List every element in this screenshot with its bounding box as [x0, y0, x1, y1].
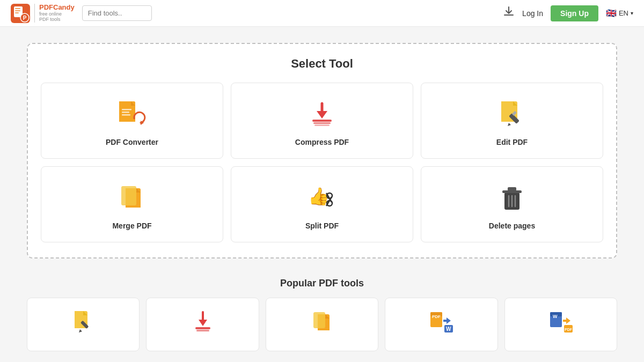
tools-grid: PDF Converter Compress PDF: [41, 83, 603, 242]
svg-rect-39: [196, 330, 209, 331]
svg-rect-2: [15, 8, 20, 9]
lang-code: EN: [619, 9, 628, 17]
tool-card-compress-pdf[interactable]: Compress PDF: [231, 83, 413, 159]
header-left: P PDFCandy free online PDF tools: [11, 4, 152, 23]
split-pdf-icon: 👍: [306, 182, 338, 214]
svg-rect-41: [313, 312, 325, 328]
svg-rect-22: [121, 186, 136, 205]
signup-button[interactable]: Sign Up: [551, 5, 598, 21]
svg-rect-38: [195, 327, 210, 329]
download-icon[interactable]: [503, 6, 515, 20]
svg-marker-19: [508, 123, 511, 126]
tool-card-split-pdf[interactable]: 👍 Split PDF: [231, 166, 413, 242]
popular-word-to-pdf-icon: W PDF: [548, 309, 574, 335]
svg-rect-10: [122, 112, 129, 113]
svg-marker-36: [79, 329, 82, 333]
svg-text:PDF: PDF: [432, 314, 441, 319]
popular-edit-pdf-icon: [70, 309, 96, 335]
tool-label-split-pdf: Split PDF: [305, 221, 339, 230]
logo-tagline-line2: PDF tools: [39, 17, 75, 23]
edit-pdf-icon: [496, 98, 528, 130]
svg-rect-11: [122, 114, 130, 116]
svg-rect-9: [122, 109, 131, 110]
popular-card-merge[interactable]: [266, 298, 378, 351]
svg-rect-4: [15, 12, 19, 13]
pdf-converter-icon: [116, 98, 148, 130]
merge-pdf-icon: [116, 182, 148, 214]
header-right: Log In Sign Up 🇬🇧 EN ▾: [503, 5, 633, 21]
search-input[interactable]: [82, 5, 152, 21]
select-tool-title: Select Tool: [41, 57, 603, 71]
svg-marker-13: [317, 111, 327, 119]
tool-card-delete-pages[interactable]: Delete pages: [421, 166, 603, 242]
popular-merge-icon: [309, 309, 335, 335]
popular-tools-section: Popular PDF tools: [27, 278, 617, 351]
logo[interactable]: P PDFCandy free online PDF tools: [11, 4, 75, 23]
svg-text:W: W: [446, 326, 451, 332]
svg-rect-3: [15, 10, 20, 11]
logo-text: PDFCandy free online PDF tools: [34, 4, 75, 22]
compress-pdf-icon: [306, 98, 338, 130]
main-content: Select Tool: [0, 27, 644, 362]
popular-card-edit-pdf[interactable]: [27, 298, 140, 351]
svg-rect-14: [312, 120, 332, 122]
header: P PDFCandy free online PDF tools Log In …: [0, 0, 644, 27]
svg-text:PDF: PDF: [565, 328, 573, 331]
chevron-down-icon: ▾: [631, 10, 633, 16]
delete-pages-icon: [496, 182, 528, 214]
select-tool-section: Select Tool: [27, 43, 617, 258]
svg-rect-15: [313, 122, 331, 124]
tool-card-edit-pdf[interactable]: Edit PDF: [421, 83, 603, 159]
login-button[interactable]: Log In: [522, 9, 543, 18]
popular-card-compress[interactable]: [146, 298, 259, 351]
tool-label-delete-pages: Delete pages: [489, 221, 535, 230]
logo-icon: P: [11, 4, 30, 23]
tool-label-merge-pdf: Merge PDF: [112, 221, 151, 230]
svg-rect-16: [314, 124, 330, 126]
tool-card-merge-pdf[interactable]: Merge PDF: [41, 166, 223, 242]
logo-brand-name: PDFCandy: [39, 4, 75, 11]
popular-tools-title: Popular PDF tools: [27, 278, 617, 289]
popular-card-word-to-pdf[interactable]: W PDF: [504, 298, 617, 351]
popular-pdf-to-word-icon: PDF W: [428, 309, 454, 335]
language-selector[interactable]: 🇬🇧 EN ▾: [606, 8, 633, 18]
svg-rect-30: [508, 187, 516, 191]
svg-text:W: W: [553, 314, 558, 319]
popular-tools-grid: PDF W W: [27, 298, 617, 351]
flag-icon: 🇬🇧: [606, 8, 617, 18]
svg-marker-37: [199, 320, 207, 326]
tool-card-pdf-converter[interactable]: PDF Converter: [41, 83, 223, 159]
tool-label-pdf-converter: PDF Converter: [106, 138, 158, 146]
popular-compress-icon: [190, 309, 216, 335]
tool-label-edit-pdf: Edit PDF: [496, 138, 528, 146]
tool-label-compress-pdf: Compress PDF: [295, 138, 349, 146]
svg-text:P: P: [23, 15, 27, 21]
popular-card-pdf-to-word[interactable]: PDF W: [385, 298, 497, 351]
